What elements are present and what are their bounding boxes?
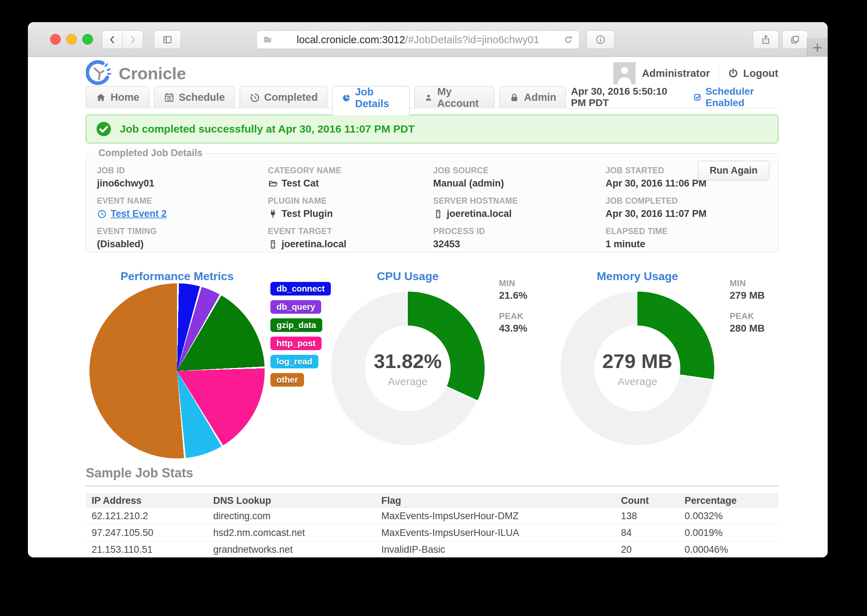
field-job-source: JOB SOURCE Manual (admin) bbox=[433, 166, 605, 189]
performance-pie bbox=[90, 283, 265, 459]
tab-my-account[interactable]: My Account bbox=[415, 86, 494, 108]
page-info-button[interactable] bbox=[586, 30, 615, 49]
performance-metrics-title: Performance Metrics bbox=[86, 270, 268, 283]
cell-flag: InvalidIP-Basic bbox=[375, 544, 615, 555]
cell-count: 20 bbox=[615, 544, 679, 555]
minimize-button[interactable] bbox=[66, 34, 77, 45]
share-icon bbox=[760, 34, 771, 45]
url-host: local.cronicle.com:3012 bbox=[297, 34, 405, 46]
field-elapsed-time: ELAPSED TIME 1 minute bbox=[605, 226, 778, 250]
cpu-min-value: 21.6% bbox=[499, 290, 527, 301]
check-circle-icon bbox=[96, 121, 112, 137]
field-event-name: EVENT NAME Test Event 2 bbox=[97, 196, 268, 219]
tab-label: Completed bbox=[264, 91, 318, 103]
scheduler-label: Scheduler Enabled bbox=[705, 86, 778, 108]
cpu-min-label: MIN bbox=[499, 278, 527, 288]
legend-chip-other: other bbox=[270, 373, 304, 387]
server-icon bbox=[268, 239, 278, 250]
stats-heading: Sample Job Stats bbox=[86, 465, 778, 486]
event-name-link[interactable]: Test Event 2 bbox=[97, 208, 268, 219]
header-divider bbox=[719, 63, 719, 83]
url-text[interactable]: local.cronicle.com:3012/#JobDetails?id=j… bbox=[273, 34, 563, 46]
field-value: jino6chwy01 bbox=[97, 178, 154, 189]
field-job-id: JOB ID jino6chwy01 bbox=[97, 166, 268, 189]
forward-button[interactable] bbox=[122, 30, 143, 49]
field-value: joeretina.local bbox=[447, 208, 512, 219]
cell-dns: grandnetworks.net bbox=[208, 544, 375, 555]
run-again-button[interactable]: Run Again bbox=[698, 161, 769, 181]
memory-min-value: 279 MB bbox=[730, 290, 765, 301]
column-header: DNS Lookup bbox=[208, 495, 375, 506]
address-bar[interactable]: local.cronicle.com:3012/#JobDetails?id=j… bbox=[257, 30, 579, 49]
field-value: 1 minute bbox=[605, 239, 645, 250]
new-tab-button[interactable]: + bbox=[807, 38, 828, 57]
column-header: Flag bbox=[375, 495, 615, 506]
table-row: 62.121.210.2 directing.com MaxEvents-Imp… bbox=[86, 508, 778, 525]
table-header-row: IP Address DNS Lookup Flag Count Percent… bbox=[86, 493, 778, 508]
user-area: Administrator Logout bbox=[613, 62, 778, 84]
back-button[interactable] bbox=[102, 30, 123, 49]
cpu-usage-title: CPU Usage bbox=[331, 270, 485, 283]
cpu-min-peak: MIN 21.6% PEAK 43.9% bbox=[499, 278, 527, 344]
field-value: Test Plugin bbox=[282, 208, 333, 219]
field-event-timing: EVENT TIMING (Disabled) bbox=[97, 226, 268, 250]
tabs-overview-icon bbox=[790, 34, 801, 45]
field-server-hostname: SERVER HOSTNAME joeretina.local bbox=[433, 196, 605, 219]
show-tabs-button[interactable] bbox=[782, 30, 808, 49]
field-value: joeretina.local bbox=[282, 239, 347, 250]
url-path: /#JobDetails?id=jino6chwy01 bbox=[405, 34, 539, 46]
person-icon bbox=[613, 62, 635, 84]
tab-job-details[interactable]: Job Details bbox=[332, 86, 410, 115]
tab-schedule[interactable]: Schedule bbox=[154, 86, 235, 108]
logout-button[interactable]: Logout bbox=[728, 68, 778, 79]
memory-min-peak: MIN 279 MB PEAK 280 MB bbox=[730, 278, 765, 344]
tab-home[interactable]: Home bbox=[86, 86, 149, 108]
fullscreen-button[interactable] bbox=[82, 34, 93, 45]
cpu-average-label: Average bbox=[388, 376, 427, 388]
field-value: (Disabled) bbox=[97, 239, 144, 250]
clock-icon bbox=[97, 209, 107, 219]
logout-label: Logout bbox=[743, 68, 778, 79]
cronicle-logo-icon bbox=[86, 59, 114, 87]
field-job-completed: JOB COMPLETED Apr 30, 2016 11:07 PM bbox=[605, 196, 778, 219]
checkbox-checked-icon bbox=[693, 92, 702, 102]
close-button[interactable] bbox=[50, 34, 61, 45]
column-header: IP Address bbox=[86, 495, 208, 506]
memory-usage-title: Memory Usage bbox=[560, 270, 714, 283]
share-button[interactable] bbox=[753, 30, 779, 49]
legend-chip-db-connect: db_connect bbox=[270, 282, 331, 295]
user-name[interactable]: Administrator bbox=[642, 68, 710, 79]
memory-average-label: Average bbox=[617, 376, 657, 388]
field-plugin-name: PLUGIN NAME Test Plugin bbox=[268, 196, 433, 219]
tab-label: Job Details bbox=[355, 86, 400, 110]
history-icon bbox=[249, 92, 260, 103]
cell-count: 84 bbox=[615, 527, 679, 539]
scheduler-toggle[interactable]: Scheduler Enabled bbox=[693, 86, 778, 108]
plug-icon bbox=[268, 209, 278, 219]
completed-job-details-panel: Completed Job Details Run Again JOB ID j… bbox=[86, 153, 778, 253]
calendar-icon bbox=[164, 92, 175, 103]
memory-peak-label: PEAK bbox=[730, 311, 765, 321]
panel-legend: Completed Job Details bbox=[94, 148, 207, 159]
column-header: Percentage bbox=[679, 495, 778, 506]
reader-mode-icon[interactable] bbox=[263, 35, 273, 45]
cell-dns: hsd2.nm.comcast.net bbox=[208, 527, 375, 539]
forward-icon bbox=[127, 34, 138, 45]
legend-chip-db-query: db_query bbox=[270, 300, 321, 314]
avatar bbox=[613, 62, 635, 84]
cell-flag: MaxEvents-ImpsUserHour-ILUA bbox=[375, 527, 615, 539]
current-datetime: Apr 30, 2016 5:50:10 PM PDT bbox=[571, 86, 683, 108]
field-value: Apr 30, 2016 11:07 PM bbox=[605, 208, 706, 219]
tab-completed[interactable]: Completed bbox=[240, 86, 328, 108]
sidebar-toggle-button[interactable] bbox=[154, 30, 181, 49]
user-icon bbox=[424, 92, 433, 103]
app-title: Cronicle bbox=[119, 64, 186, 83]
tab-admin[interactable]: Admin bbox=[499, 86, 566, 108]
lock-icon bbox=[509, 92, 520, 103]
cpu-peak-value: 43.9% bbox=[499, 323, 527, 334]
refresh-icon[interactable] bbox=[563, 35, 573, 45]
field-value: 32453 bbox=[433, 239, 460, 250]
field-process-id: PROCESS ID 32453 bbox=[433, 226, 605, 250]
field-value: Test Cat bbox=[282, 178, 319, 189]
memory-min-label: MIN bbox=[730, 278, 765, 288]
